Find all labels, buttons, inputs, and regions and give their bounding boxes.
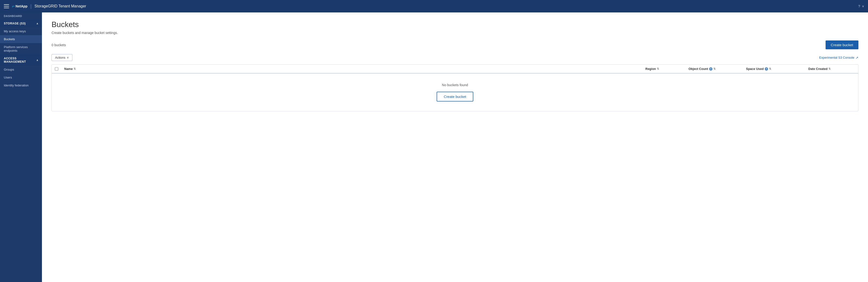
topnav-chevron[interactable]: ∨ [862,5,864,8]
create-bucket-inner-button[interactable]: Create bucket [437,92,473,102]
main-content: Buckets Create buckets and manage bucket… [42,12,868,282]
help-button[interactable]: ? [858,4,860,8]
date-created-sort-icon[interactable]: ⇅ [829,68,831,70]
region-sort-icon[interactable]: ⇅ [657,68,659,70]
topnav-right: ? ∨ [858,4,864,8]
actions-chevron-icon: ∨ [67,56,69,59]
brand-separator: | [30,4,32,9]
empty-state-message: No buckets found [442,83,468,87]
bucket-count: 0 buckets [52,43,66,47]
sidebar-access-section[interactable]: ACCESS MANAGEMENT ∧ [0,55,42,66]
column-space-used: Space Used ? ⇅ [743,67,805,71]
space-used-sort-icon[interactable]: ⇅ [769,68,771,70]
column-date-created: Date Created ⇅ [805,67,858,71]
access-chevron-icon: ∧ [36,59,38,62]
external-link-icon: ↗ [856,56,859,60]
sidebar-item-my-access-keys[interactable]: My access keys [0,27,42,35]
top-navigation: ⌐ NetApp | StorageGRID Tenant Manager ? … [0,0,868,12]
s3-console-link[interactable]: Experimental S3 Console ↗ [819,56,859,60]
column-checkbox [52,67,61,71]
space-used-help-icon[interactable]: ? [765,67,768,71]
brand-logo: ⌐ NetApp | StorageGRID Tenant Manager [12,4,86,9]
sidebar-item-groups[interactable]: Groups [0,66,42,73]
object-count-sort-icon[interactable]: ⇅ [713,68,716,70]
page-title: Buckets [52,20,859,29]
create-bucket-top-button[interactable]: Create bucket [826,40,859,49]
sidebar-storage-section[interactable]: STORAGE (S3) ∧ [0,20,42,27]
table-header: Name ⇅ Region ⇅ Object Count ? ⇅ Space U… [52,65,858,73]
sidebar: DASHBOARD STORAGE (S3) ∧ My access keys … [0,12,42,282]
page-subtitle: Create buckets and manage bucket setting… [52,31,859,35]
netapp-name: NetApp [16,4,28,8]
netapp-bracket-icon: ⌐ [12,4,15,9]
select-all-checkbox[interactable] [55,67,58,71]
hamburger-menu[interactable] [4,4,9,8]
sidebar-item-identity-federation[interactable]: Identity federation [0,81,42,89]
app-title: StorageGRID Tenant Manager [34,4,86,8]
toolbar-row: Actions ∨ Experimental S3 Console ↗ [52,54,859,61]
column-region: Region ⇅ [643,67,686,71]
column-name: Name ⇅ [61,67,643,71]
table-body: No buckets found Create bucket [52,73,858,111]
buckets-table: Name ⇅ Region ⇅ Object Count ? ⇅ Space U… [52,64,859,111]
object-count-help-icon[interactable]: ? [709,67,712,71]
sidebar-item-users[interactable]: Users [0,73,42,81]
actions-button[interactable]: Actions ∨ [52,54,72,61]
storage-chevron-icon: ∧ [36,22,38,25]
name-sort-icon[interactable]: ⇅ [73,68,76,70]
bucket-count-bar: 0 buckets Create bucket [52,40,859,49]
column-object-count: Object Count ? ⇅ [686,67,743,71]
sidebar-item-dashboard[interactable]: DASHBOARD [0,12,42,20]
sidebar-item-buckets[interactable]: Buckets [0,35,42,43]
sidebar-item-platform-services[interactable]: Platform services endpoints [0,43,42,55]
